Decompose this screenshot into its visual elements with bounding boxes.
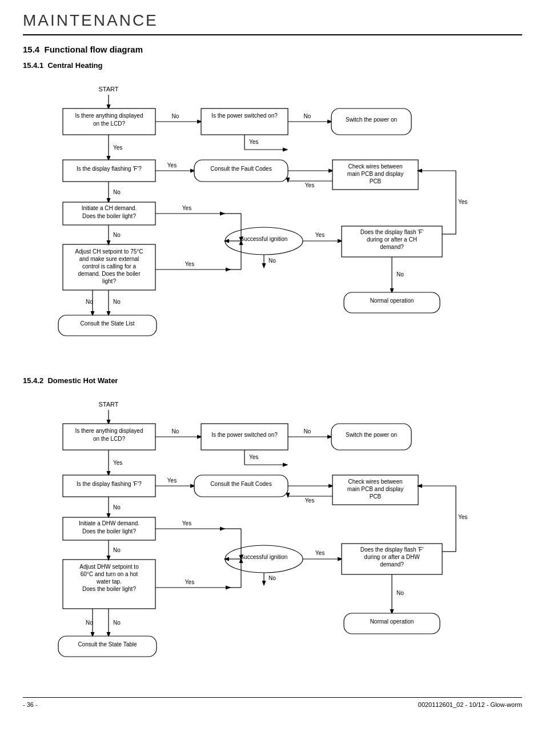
svg-text:Yes: Yes — [458, 199, 467, 205]
footer-right: 0020112601_02 - 10/12 - Glow-worm — [418, 701, 522, 708]
svg-text:Consult the State List: Consult the State List — [80, 320, 134, 327]
svg-text:Yes: Yes — [315, 232, 324, 238]
subsection2-title: 15.4.2 Domestic Hot Water — [23, 376, 522, 385]
svg-text:No: No — [396, 271, 404, 278]
svg-text:Consult the State Table: Consult the State Table — [78, 641, 137, 648]
svg-text:control is calling for a: control is calling for a — [82, 263, 136, 270]
svg-text:No: No — [172, 113, 179, 119]
svg-text:No: No — [86, 620, 93, 626]
svg-text:Check wires between: Check wires between — [348, 478, 402, 485]
svg-text:Successful ignition: Successful ignition — [241, 236, 288, 242]
svg-text:Yes: Yes — [249, 139, 258, 145]
svg-text:Is there anything displayed: Is there anything displayed — [75, 428, 143, 434]
svg-text:Is the power switched on?: Is the power switched on? — [211, 432, 278, 438]
svg-text:Is the power switched on?: Is the power switched on? — [211, 112, 278, 119]
svg-text:Does the boiler light?: Does the boiler light? — [82, 213, 136, 219]
svg-text:Normal operation: Normal operation — [370, 618, 414, 625]
svg-text:Yes: Yes — [182, 520, 191, 526]
section-title: 15.4 Functional flow diagram — [23, 45, 522, 54]
svg-text:No: No — [396, 590, 404, 596]
svg-text:Yes: Yes — [113, 144, 122, 151]
svg-text:Yes: Yes — [167, 162, 177, 168]
svg-text:Yes: Yes — [182, 205, 191, 211]
svg-text:PCB: PCB — [370, 178, 382, 184]
svg-text:No: No — [113, 299, 121, 305]
svg-text:Yes: Yes — [315, 550, 324, 556]
svg-text:demand?: demand? — [380, 244, 404, 250]
svg-text:No: No — [172, 428, 179, 435]
svg-text:Yes: Yes — [458, 514, 467, 520]
start2-label: START — [98, 401, 118, 408]
svg-text:Does the boiler light?: Does the boiler light? — [82, 528, 136, 534]
svg-text:light?: light? — [102, 278, 116, 284]
svg-text:Switch the power on: Switch the power on — [346, 116, 397, 123]
svg-text:on the LCD?: on the LCD? — [93, 436, 126, 442]
svg-text:No: No — [113, 504, 121, 510]
svg-text:No: No — [113, 189, 121, 195]
svg-text:Is the display flashing 'F'?: Is the display flashing 'F'? — [77, 481, 142, 487]
start1-label: START — [98, 86, 118, 93]
svg-text:Initiate a DHW demand.: Initiate a DHW demand. — [79, 520, 139, 526]
svg-text:Is there anything displayed: Is there anything displayed — [75, 112, 143, 119]
subsection1-title: 15.4.1 Central Heating — [23, 61, 522, 70]
svg-text:60°C and turn on a hot: 60°C and turn on a hot — [81, 571, 138, 577]
svg-text:No: No — [304, 428, 311, 435]
svg-text:Is the display flashing 'F'?: Is the display flashing 'F'? — [77, 166, 142, 172]
svg-text:No: No — [113, 620, 121, 626]
svg-text:Does the display flash 'F': Does the display flash 'F' — [360, 229, 424, 235]
svg-text:and make sure external: and make sure external — [79, 256, 139, 262]
svg-text:No: No — [269, 575, 276, 581]
svg-text:Initiate a CH demand.: Initiate a CH demand. — [82, 205, 137, 211]
svg-text:Adjust CH setpoint to 75°C: Adjust CH setpoint to 75°C — [75, 248, 143, 255]
svg-text:No: No — [304, 113, 311, 119]
svg-text:Yes: Yes — [113, 460, 122, 466]
svg-text:Does the display flash 'F': Does the display flash 'F' — [360, 546, 424, 553]
page-title: MAINTENANCE — [23, 11, 522, 30]
svg-text:Yes: Yes — [185, 261, 194, 267]
footer-left: - 36 - — [23, 701, 38, 708]
svg-text:Yes: Yes — [249, 454, 258, 460]
svg-text:on the LCD?: on the LCD? — [93, 120, 126, 127]
svg-text:Adjust DHW setpoint to: Adjust DHW setpoint to — [79, 564, 139, 570]
diagram1-svg: START Is there anything displayed on the… — [24, 75, 521, 361]
diagram2-container: START Is there anything displayed on the… — [24, 391, 521, 683]
svg-text:PCB: PCB — [370, 493, 382, 500]
diagram1-container: START Is there anything displayed on the… — [24, 75, 521, 363]
svg-text:main PCB and display: main PCB and display — [347, 486, 403, 492]
diagram2-svg: START Is there anything displayed on the… — [24, 391, 521, 682]
svg-text:No: No — [113, 547, 121, 553]
svg-text:No: No — [269, 258, 276, 264]
svg-text:during or after a CH: during or after a CH — [367, 236, 417, 243]
page-footer: - 36 - 0020112601_02 - 10/12 - Glow-worm — [23, 697, 522, 708]
svg-text:Consult the Fault Codes: Consult the Fault Codes — [210, 481, 271, 487]
page-header: MAINTENANCE — [23, 11, 522, 35]
svg-text:Yes: Yes — [167, 477, 177, 484]
svg-text:No: No — [86, 299, 93, 305]
svg-text:main PCB and display: main PCB and display — [347, 171, 403, 177]
svg-text:Normal operation: Normal operation — [370, 297, 414, 304]
svg-text:Check wires between: Check wires between — [348, 163, 402, 170]
svg-text:Switch the power on: Switch the power on — [346, 432, 397, 438]
svg-text:Yes: Yes — [185, 579, 194, 585]
svg-text:during or after a DHW: during or after a DHW — [364, 554, 420, 560]
svg-text:water tap.: water tap. — [96, 578, 122, 585]
svg-text:demand. Does the boiler: demand. Does the boiler — [78, 271, 141, 277]
svg-text:Does the boiler light?: Does the boiler light? — [82, 586, 136, 592]
svg-text:Yes: Yes — [305, 497, 314, 504]
svg-text:demand?: demand? — [380, 561, 404, 568]
svg-text:Consult the Fault Codes: Consult the Fault Codes — [210, 166, 271, 172]
svg-text:No: No — [113, 232, 121, 238]
svg-text:Successful ignition: Successful ignition — [241, 554, 288, 560]
svg-text:Yes: Yes — [305, 182, 314, 188]
